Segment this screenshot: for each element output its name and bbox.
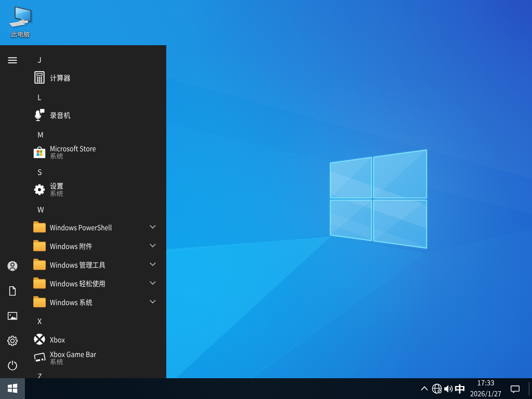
section-letter (37, 56, 42, 64)
section-letter (37, 206, 44, 214)
section-letter (37, 317, 42, 325)
section-letter (37, 168, 42, 176)
app-icon-box (33, 352, 46, 364)
folder-icon (33, 240, 46, 252)
folder-icon (33, 296, 46, 308)
network-no-internet-icon (432, 383, 442, 394)
app-icon-box (33, 240, 46, 252)
folder-label (50, 224, 112, 231)
app-icon-box (33, 71, 46, 84)
app-list-folder[interactable]: Windows 管理工具 (0, 255, 166, 274)
app-list-section-header-j[interactable]: J (0, 51, 166, 70)
show-desktop-button[interactable] (529, 382, 529, 395)
app-list-section-header-m[interactable]: M (0, 126, 166, 144)
app-sublabel (50, 358, 63, 365)
clock-tray-button[interactable]: 17:332026/1/27 (469, 378, 503, 399)
chevron-down-icon (150, 225, 156, 229)
windows-logo-icon (0, 378, 25, 399)
folder-icon (33, 277, 46, 289)
app-list-folder[interactable]: Windows 轻松使用 (0, 274, 166, 292)
chevron-up-icon (421, 386, 428, 391)
app-list-item[interactable]: Xbox (0, 330, 166, 349)
app-icon-box (33, 183, 46, 196)
app-label (50, 182, 63, 190)
app-list-section-header-x[interactable]: X (0, 312, 166, 331)
chevron-down-icon (150, 300, 156, 303)
voice-recorder-icon (33, 109, 46, 121)
settings-icon (33, 183, 46, 196)
section-letter (37, 94, 42, 101)
start-menu: J 计算器 L 录音机 M Microsoft Store系统 S 设置系统 W… (0, 45, 166, 378)
network-tray-button[interactable] (431, 378, 442, 399)
xbox-icon (33, 333, 46, 345)
app-sublabel (50, 153, 63, 159)
calculator-icon (33, 71, 46, 84)
tray-time (477, 379, 494, 386)
app-icon-box (33, 333, 46, 345)
folder-label (50, 299, 92, 306)
app-list-item[interactable]: 计算器 (0, 68, 166, 87)
app-icon-box (33, 258, 46, 271)
monitor (15, 7, 32, 23)
desktop-icon-label (11, 31, 30, 37)
desktop-icon-this-pc[interactable]: 此电脑 (1, 4, 40, 41)
chevron-down-icon (150, 262, 156, 266)
folder-icon (33, 221, 46, 233)
app-label (50, 336, 65, 343)
app-list-section-header-w[interactable]: W (0, 201, 166, 219)
app-list-section-header-z[interactable]: Z (0, 367, 166, 378)
taskbar: 中 17:332026/1/27 (0, 378, 532, 399)
section-letter (37, 131, 44, 139)
app-list-item[interactable]: Xbox Game Bar系统 (0, 349, 166, 367)
folder-label (50, 261, 105, 269)
section-letter (37, 373, 42, 378)
app-list-item[interactable]: 设置系统 (0, 180, 166, 199)
app-label (50, 112, 71, 119)
chevron-down-icon (150, 281, 156, 285)
app-sublabel (50, 190, 63, 197)
folder-label (50, 280, 105, 287)
app-icon-box (33, 296, 46, 308)
microsoft-store-icon (33, 146, 46, 158)
app-list-section-header-l[interactable]: L (0, 88, 166, 107)
app-list-item[interactable]: Microsoft Store系统 (0, 143, 166, 162)
ime-label (454, 384, 466, 394)
app-icon-box (33, 146, 46, 158)
tray-date (470, 390, 501, 397)
app-label (50, 145, 96, 152)
app-label (50, 74, 71, 82)
app-list-folder[interactable]: Windows 系统 (0, 292, 166, 311)
this-pc-icon (8, 4, 33, 29)
folder-label (50, 243, 92, 250)
app-icon-box (33, 221, 46, 233)
app-list-folder[interactable]: Windows PowerShell (0, 218, 166, 236)
ime-mode-button[interactable]: 中 (454, 378, 466, 399)
start-menu-app-list: J 计算器 L 录音机 M Microsoft Store系统 S 设置系统 W… (0, 45, 166, 378)
app-list-section-header-s[interactable]: S (0, 163, 166, 182)
app-icon-box (33, 277, 46, 289)
app-list-item[interactable]: 录音机 (0, 105, 166, 124)
app-label (50, 351, 96, 358)
action-center-button[interactable] (507, 378, 523, 399)
volume-tray-button[interactable] (443, 378, 455, 399)
chevron-down-icon (150, 244, 156, 247)
folder-icon (33, 258, 46, 271)
app-icon-box (33, 109, 46, 121)
start-button[interactable] (0, 378, 25, 399)
speaker-icon (444, 384, 454, 394)
xbox-game-bar-icon (33, 352, 46, 364)
app-list-folder[interactable]: Windows 附件 (0, 236, 166, 255)
notifications-icon (511, 385, 520, 393)
show-hidden-icons-button[interactable] (419, 378, 430, 399)
